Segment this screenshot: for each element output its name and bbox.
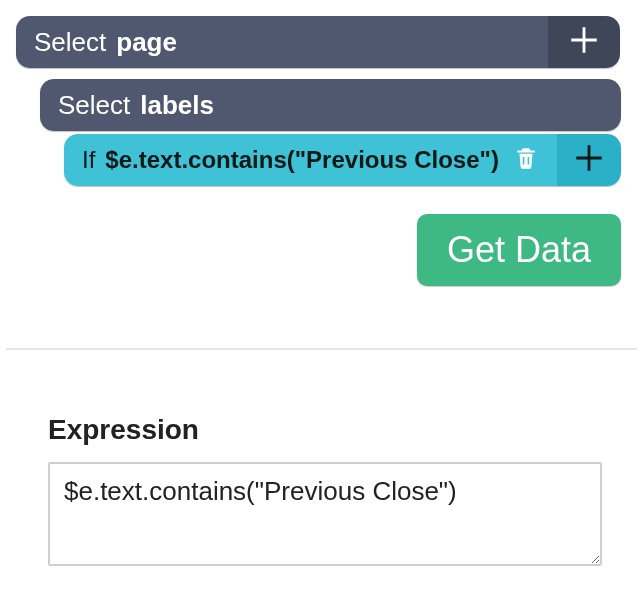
select-page-verb: Select bbox=[34, 27, 106, 58]
add-page-button[interactable] bbox=[548, 16, 620, 68]
select-labels-main[interactable]: Select labels bbox=[40, 79, 621, 131]
get-data-label: Get Data bbox=[447, 229, 591, 271]
select-labels-noun: labels bbox=[140, 90, 214, 121]
select-page-noun: page bbox=[116, 27, 177, 58]
trash-icon bbox=[513, 145, 539, 175]
select-labels-verb: Select bbox=[58, 90, 130, 121]
select-page-row[interactable]: Select page bbox=[16, 16, 620, 68]
plus-icon bbox=[572, 141, 606, 179]
expression-input[interactable] bbox=[48, 462, 602, 566]
select-labels-row[interactable]: Select labels bbox=[40, 79, 621, 131]
get-data-button[interactable]: Get Data bbox=[417, 214, 621, 286]
section-divider bbox=[6, 348, 637, 350]
condition-main[interactable]: If $e.text.contains("Previous Close") bbox=[64, 134, 557, 186]
delete-condition-button[interactable] bbox=[513, 145, 539, 175]
condition-expression: $e.text.contains("Previous Close") bbox=[105, 146, 499, 174]
plus-icon bbox=[567, 23, 601, 61]
add-condition-button[interactable] bbox=[557, 134, 621, 186]
expression-heading: Expression bbox=[48, 414, 199, 446]
select-page-main[interactable]: Select page bbox=[16, 16, 548, 68]
condition-row[interactable]: If $e.text.contains("Previous Close") bbox=[64, 134, 621, 186]
condition-if-label: If bbox=[82, 146, 95, 174]
